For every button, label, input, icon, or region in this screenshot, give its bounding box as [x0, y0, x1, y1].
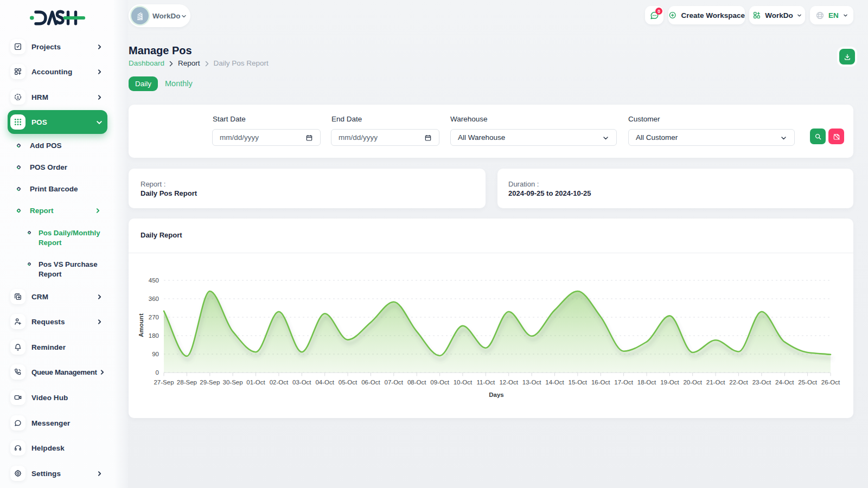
svg-text:10-Oct: 10-Oct — [454, 379, 473, 386]
svg-text:21-Oct: 21-Oct — [706, 379, 725, 386]
svg-text:09-Oct: 09-Oct — [430, 379, 449, 386]
svg-text:22-Oct: 22-Oct — [729, 379, 748, 386]
svg-text:11-Oct: 11-Oct — [476, 379, 495, 386]
svg-text:Days: Days — [489, 391, 504, 398]
svg-text:03-Oct: 03-Oct — [292, 379, 311, 386]
svg-text:06-Oct: 06-Oct — [361, 379, 380, 386]
svg-text:01-Oct: 01-Oct — [246, 379, 265, 386]
svg-text:450: 450 — [149, 277, 159, 284]
svg-text:0: 0 — [156, 369, 159, 376]
svg-text:360: 360 — [149, 296, 159, 302]
svg-text:05-Oct: 05-Oct — [339, 379, 358, 386]
svg-text:20-Oct: 20-Oct — [683, 379, 702, 386]
svg-text:19-Oct: 19-Oct — [660, 379, 679, 386]
svg-text:02-Oct: 02-Oct — [270, 379, 289, 386]
svg-text:24-Oct: 24-Oct — [775, 379, 794, 386]
svg-text:18-Oct: 18-Oct — [637, 379, 656, 386]
svg-text:14-Oct: 14-Oct — [545, 379, 564, 386]
svg-text:90: 90 — [152, 351, 159, 357]
svg-text:180: 180 — [149, 332, 159, 339]
svg-text:13-Oct: 13-Oct — [522, 379, 541, 386]
svg-text:12-Oct: 12-Oct — [499, 379, 518, 386]
svg-text:08-Oct: 08-Oct — [407, 379, 426, 386]
svg-text:16-Oct: 16-Oct — [591, 379, 610, 386]
svg-text:15-Oct: 15-Oct — [569, 379, 588, 386]
svg-text:28-Sep: 28-Sep — [177, 379, 197, 386]
svg-text:23-Oct: 23-Oct — [752, 379, 771, 386]
svg-text:25-Oct: 25-Oct — [798, 379, 817, 386]
svg-text:270: 270 — [149, 314, 159, 320]
svg-text:Amount: Amount — [138, 313, 144, 337]
svg-text:04-Oct: 04-Oct — [315, 379, 334, 386]
svg-text:30-Sep: 30-Sep — [223, 379, 243, 386]
svg-text:27-Sep: 27-Sep — [154, 379, 174, 386]
svg-text:07-Oct: 07-Oct — [385, 379, 404, 386]
svg-text:26-Oct: 26-Oct — [821, 379, 840, 386]
svg-text:29-Sep: 29-Sep — [200, 379, 220, 386]
svg-text:17-Oct: 17-Oct — [614, 379, 633, 386]
